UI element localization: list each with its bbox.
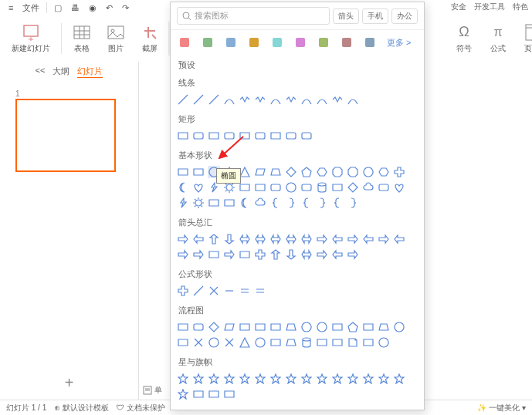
shape-option[interactable] bbox=[254, 166, 266, 178]
shape-option[interactable] bbox=[223, 388, 236, 400]
shape-option[interactable] bbox=[331, 233, 344, 245]
shape-option[interactable] bbox=[347, 248, 359, 261]
shape-option[interactable] bbox=[300, 233, 313, 245]
shape-option[interactable] bbox=[208, 336, 220, 349]
shape-option[interactable] bbox=[393, 233, 405, 245]
shape-option[interactable] bbox=[285, 181, 297, 194]
shape-option[interactable] bbox=[223, 93, 236, 106]
shape-option[interactable] bbox=[223, 197, 236, 209]
shape-option[interactable] bbox=[378, 181, 390, 194]
shape-option[interactable] bbox=[362, 166, 374, 178]
more-link[interactable]: 更多 > bbox=[387, 37, 411, 49]
shape-option[interactable] bbox=[362, 321, 374, 333]
shape-option[interactable] bbox=[300, 166, 313, 178]
undo-icon[interactable]: ↶ bbox=[101, 2, 117, 15]
shape-option[interactable] bbox=[192, 166, 205, 178]
shape-option[interactable] bbox=[208, 388, 220, 400]
preview-icon[interactable]: ◉ bbox=[84, 2, 101, 15]
shape-option[interactable] bbox=[316, 248, 328, 261]
category-icon[interactable] bbox=[294, 36, 307, 49]
shape-option[interactable] bbox=[331, 321, 344, 333]
shape-option[interactable] bbox=[378, 373, 390, 385]
shape-option[interactable] bbox=[223, 321, 236, 333]
shape-option[interactable] bbox=[378, 336, 390, 349]
shape-option[interactable] bbox=[393, 181, 405, 194]
beautify-button[interactable]: ✨ 一键美化 ▾ bbox=[477, 403, 526, 413]
shape-option[interactable] bbox=[378, 166, 390, 178]
shape-option[interactable] bbox=[347, 373, 359, 385]
shape-option[interactable] bbox=[223, 336, 236, 349]
symbol-button[interactable]: Ω 符号 bbox=[449, 21, 479, 56]
category-icon[interactable] bbox=[202, 36, 214, 49]
shape-option[interactable] bbox=[331, 93, 344, 106]
shape-option[interactable] bbox=[316, 233, 328, 245]
tab-safe[interactable]: 安全 bbox=[447, 0, 470, 15]
category-icon[interactable] bbox=[225, 36, 237, 49]
shape-option[interactable] bbox=[177, 166, 189, 178]
shape-option[interactable] bbox=[177, 285, 189, 297]
shape-option[interactable] bbox=[362, 336, 374, 349]
shape-option[interactable] bbox=[177, 248, 189, 261]
shape-option[interactable] bbox=[192, 321, 205, 333]
shape-option[interactable] bbox=[223, 130, 236, 142]
shape-option[interactable] bbox=[239, 233, 251, 245]
shape-option[interactable] bbox=[331, 336, 344, 349]
shape-option[interactable] bbox=[300, 197, 313, 209]
shape-option[interactable] bbox=[347, 336, 359, 349]
shape-option[interactable] bbox=[285, 248, 297, 261]
shape-option[interactable] bbox=[192, 197, 205, 209]
shape-option[interactable] bbox=[239, 248, 251, 261]
new-slide-button[interactable]: 新建幻灯片 bbox=[5, 21, 56, 56]
add-slide-button[interactable]: + bbox=[0, 374, 138, 392]
shape-option[interactable] bbox=[192, 285, 205, 297]
shape-option[interactable] bbox=[347, 321, 359, 333]
shape-option[interactable] bbox=[316, 373, 328, 385]
shape-option[interactable] bbox=[192, 248, 205, 261]
search-input[interactable]: 搜索图标 bbox=[177, 7, 330, 25]
picture-button[interactable]: 图片 bbox=[100, 21, 131, 56]
shape-option[interactable] bbox=[177, 93, 189, 106]
screenshot-button[interactable]: 截屏 bbox=[134, 21, 165, 56]
slide-thumbnail[interactable] bbox=[15, 99, 116, 172]
formula-button[interactable]: π 公式 bbox=[483, 21, 513, 56]
shape-option[interactable] bbox=[269, 248, 282, 261]
shape-option[interactable] bbox=[393, 166, 405, 178]
shape-option[interactable] bbox=[223, 233, 236, 245]
shape-option[interactable] bbox=[285, 336, 297, 349]
shape-option[interactable] bbox=[300, 373, 313, 385]
shape-option[interactable] bbox=[192, 130, 205, 142]
shape-option[interactable] bbox=[347, 93, 359, 106]
shape-option[interactable] bbox=[208, 285, 220, 297]
shape-option[interactable] bbox=[208, 197, 220, 209]
shape-option[interactable] bbox=[192, 336, 205, 349]
shape-option[interactable] bbox=[285, 233, 297, 245]
shape-option[interactable] bbox=[239, 321, 251, 333]
shape-option[interactable] bbox=[177, 336, 189, 349]
shape-option[interactable] bbox=[285, 166, 297, 178]
shape-option[interactable] bbox=[316, 181, 328, 194]
shape-option[interactable] bbox=[285, 197, 297, 209]
tag-phone[interactable]: 手机 bbox=[362, 8, 388, 24]
status-template[interactable]: ⊕ 默认设计模板 bbox=[54, 403, 109, 413]
shape-option[interactable] bbox=[208, 130, 220, 142]
shape-option[interactable] bbox=[177, 197, 189, 209]
tab-dev[interactable]: 开发工具 bbox=[470, 0, 509, 15]
shape-option[interactable] bbox=[331, 248, 344, 261]
slides-tab[interactable]: 幻灯片 bbox=[77, 66, 103, 78]
shape-option[interactable] bbox=[177, 130, 189, 142]
shape-option[interactable] bbox=[362, 233, 374, 245]
shape-option[interactable] bbox=[347, 166, 359, 178]
outline-tab[interactable]: 大纲 bbox=[53, 66, 69, 78]
shape-option[interactable] bbox=[192, 388, 205, 400]
shape-option[interactable] bbox=[254, 321, 266, 333]
shape-option[interactable] bbox=[393, 373, 405, 385]
shape-option[interactable] bbox=[208, 373, 220, 385]
shape-option[interactable] bbox=[285, 321, 297, 333]
shape-option[interactable] bbox=[177, 321, 189, 333]
shape-option[interactable] bbox=[208, 248, 220, 261]
file-menu[interactable]: 文件 bbox=[18, 1, 44, 15]
shape-option[interactable] bbox=[254, 336, 266, 349]
shape-option[interactable] bbox=[208, 321, 220, 333]
category-icon[interactable] bbox=[248, 36, 260, 49]
shape-option[interactable] bbox=[331, 373, 344, 385]
